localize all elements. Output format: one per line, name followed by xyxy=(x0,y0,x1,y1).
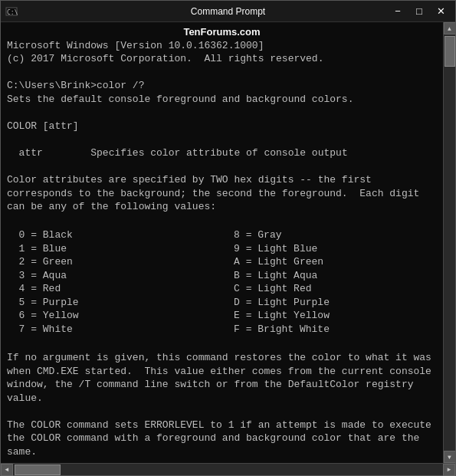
terminal-output[interactable]: TenForums.com Microsoft Windows [Version… xyxy=(1,22,443,463)
scroll-up-button[interactable]: ▲ xyxy=(444,22,456,34)
line-8 xyxy=(7,133,437,146)
color-2: 2 = Green xyxy=(7,255,222,269)
scroll-down-button[interactable]: ▼ xyxy=(444,451,456,463)
title-bar: C:\ Command Prompt − □ ✕ xyxy=(1,1,455,22)
color-table: 0 = Black 1 = Blue 2 = Green 3 = Aqua 4 … xyxy=(7,228,437,336)
color-9: 9 = Light Blue xyxy=(222,242,438,256)
line-3 xyxy=(7,66,437,80)
content-area: TenForums.com Microsoft Windows [Version… xyxy=(1,22,455,463)
line-9: attr Specifies color attribute of consol… xyxy=(7,146,437,160)
color-0: 0 = Black xyxy=(7,228,222,242)
line-blank3 xyxy=(7,405,437,419)
color-8: 8 = Gray xyxy=(222,228,438,242)
bottom-bar: ◄ ► xyxy=(1,463,455,475)
scroll-left-button[interactable]: ◄ xyxy=(1,464,13,476)
cmd-icon: C:\ xyxy=(5,5,18,18)
color-F: F = Bright White xyxy=(222,323,438,336)
line-15: If no argument is given, this command re… xyxy=(7,351,437,365)
line-4: C:\Users\Brink>color /? xyxy=(7,79,437,93)
color-3: 3 = Aqua xyxy=(7,269,222,283)
color-E: E = Light Yellow xyxy=(222,309,438,323)
line-17: window, the /T command line switch or fr… xyxy=(7,378,437,392)
title-bar-left: C:\ Command Prompt xyxy=(5,5,18,18)
line-14 xyxy=(7,214,437,228)
tenforums-brand: TenForums.com xyxy=(7,25,437,39)
color-A: A = Light Green xyxy=(222,255,438,269)
scroll-track xyxy=(444,34,455,451)
line-10 xyxy=(7,159,437,173)
color-B: B = Light Aqua xyxy=(222,269,438,283)
color-6: 6 = Yellow xyxy=(7,309,222,323)
line-20: the COLOR command with a foreground and … xyxy=(7,432,437,445)
color-col-left: 0 = Black 1 = Blue 2 = Green 3 = Aqua 4 … xyxy=(7,228,222,336)
close-button[interactable]: ✕ xyxy=(431,4,451,19)
color-C: C = Light Red xyxy=(222,282,438,296)
color-1: 1 = Blue xyxy=(7,242,222,256)
color-7: 7 = White xyxy=(7,323,222,336)
scroll-right-button[interactable]: ► xyxy=(443,464,455,476)
line-5: Sets the default console foreground and … xyxy=(7,93,437,107)
color-4: 4 = Red xyxy=(7,282,222,296)
color-col-right: 8 = Gray 9 = Light Blue A = Light Green … xyxy=(222,228,438,336)
line-13: can be any of the following values: xyxy=(7,200,437,214)
vertical-scrollbar[interactable]: ▲ ▼ xyxy=(443,22,455,463)
line-19: The COLOR command sets ERRORLEVEL to 1 i… xyxy=(7,419,437,432)
window-controls: − □ ✕ xyxy=(388,4,451,19)
line-12: corresponds to the background; the secon… xyxy=(7,187,437,201)
hscroll-track xyxy=(13,464,443,475)
color-5: 5 = Purple xyxy=(7,296,222,310)
minimize-button[interactable]: − xyxy=(388,4,408,19)
color-D: D = Light Purple xyxy=(222,296,438,310)
line-6 xyxy=(7,106,437,120)
cmd-window: C:\ Command Prompt − □ ✕ TenForums.com M… xyxy=(0,0,456,476)
svg-text:C:\: C:\ xyxy=(7,9,18,16)
maximize-button[interactable]: □ xyxy=(409,4,429,19)
line-7: COLOR [attr] xyxy=(7,120,437,133)
line-11: Color attributes are specified by TWO he… xyxy=(7,173,437,187)
hscroll-thumb[interactable] xyxy=(15,465,61,475)
window-title: Command Prompt xyxy=(191,6,265,17)
scroll-thumb[interactable] xyxy=(445,36,455,67)
line-blank2 xyxy=(7,338,437,352)
line-1: Microsoft Windows [Version 10.0.16362.10… xyxy=(7,39,437,53)
line-18: value. xyxy=(7,392,437,405)
line-16: when CMD.EXE started. This value either … xyxy=(7,365,437,379)
line-2: (c) 2017 Microsoft Corporation. All righ… xyxy=(7,52,437,66)
line-21: same. xyxy=(7,445,437,459)
